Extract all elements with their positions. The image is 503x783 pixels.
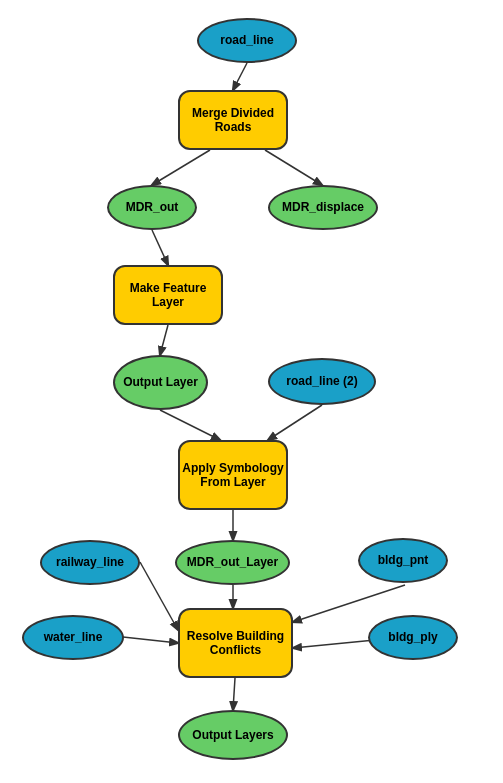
svg-line-3 xyxy=(152,230,168,265)
node-merge-divided-roads: Merge Divided Roads xyxy=(178,90,288,150)
node-mdr-out: MDR_out xyxy=(107,185,197,230)
svg-line-6 xyxy=(268,405,322,440)
node-road-line: road_line xyxy=(197,18,297,63)
node-bldg-ply: bldg_ply xyxy=(368,615,458,660)
svg-line-2 xyxy=(265,150,322,185)
node-resolve-building-conflicts: Resolve Building Conflicts xyxy=(178,608,293,678)
node-road-line-2: road_line (2) xyxy=(268,358,376,405)
svg-line-12 xyxy=(293,640,375,648)
node-bldg-pnt: bldg_pnt xyxy=(358,538,448,583)
node-water-line: water_line xyxy=(22,615,124,660)
svg-line-5 xyxy=(160,410,220,440)
workflow-diagram: road_line Merge Divided Roads MDR_out MD… xyxy=(0,0,503,783)
node-output-layers: Output Layers xyxy=(178,710,288,760)
svg-line-10 xyxy=(293,585,405,622)
node-apply-symbology: Apply Symbology From Layer xyxy=(178,440,288,510)
svg-line-8 xyxy=(140,562,178,630)
node-mdr-displace: MDR_displace xyxy=(268,185,378,230)
svg-line-13 xyxy=(233,678,235,710)
svg-line-1 xyxy=(152,150,210,185)
svg-line-0 xyxy=(233,63,247,90)
node-make-feature-layer: Make Feature Layer xyxy=(113,265,223,325)
node-mdr-out-layer: MDR_out_Layer xyxy=(175,540,290,585)
svg-line-4 xyxy=(160,325,168,355)
node-railway-line: railway_line xyxy=(40,540,140,585)
svg-line-11 xyxy=(123,637,178,643)
node-output-layer: Output Layer xyxy=(113,355,208,410)
